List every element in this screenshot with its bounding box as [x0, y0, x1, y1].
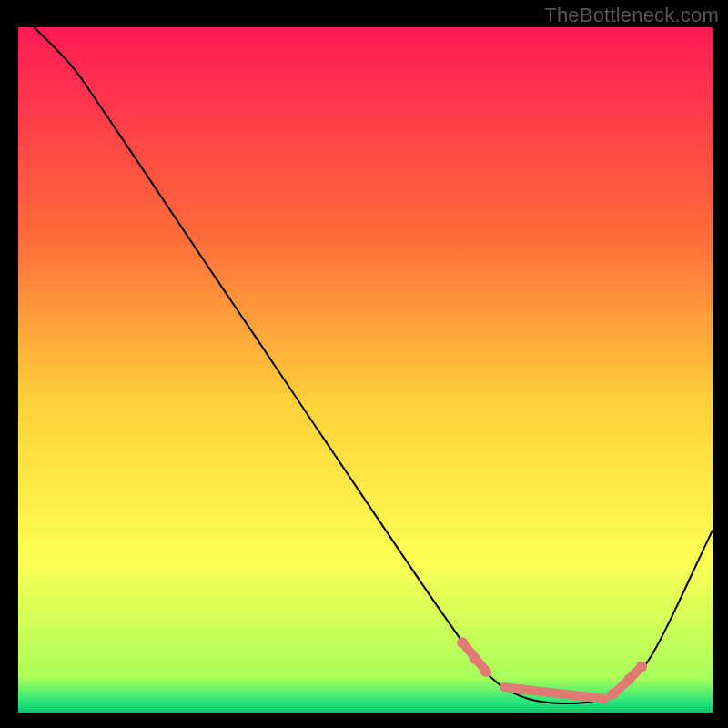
- plot-svg: [18, 27, 713, 713]
- gradient-background: [18, 27, 713, 713]
- plot-area: [18, 27, 713, 713]
- marker-dot: [480, 666, 491, 677]
- marker-dot: [470, 653, 480, 664]
- marker-dot: [457, 637, 468, 648]
- chart-frame: TheBottleneck.com: [0, 0, 728, 728]
- attribution-label: TheBottleneck.com: [544, 4, 719, 27]
- marker-dot: [607, 689, 618, 700]
- marker-dot: [623, 674, 634, 685]
- marker-dot: [636, 662, 647, 672]
